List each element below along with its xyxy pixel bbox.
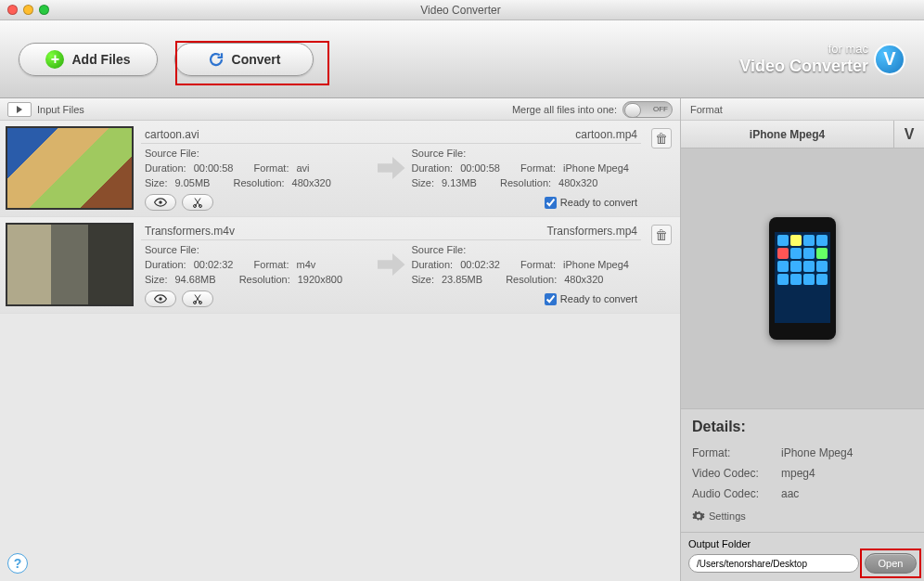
details-section: Details: Format:iPhone Mpeg4 Video Codec… — [681, 408, 924, 532]
input-files-bar: Input Files Merge all files into one: OF… — [0, 98, 680, 121]
ready-to-convert[interactable]: Ready to convert — [545, 197, 637, 209]
trim-button[interactable] — [182, 290, 213, 307]
play-icon[interactable] — [7, 102, 32, 117]
preview-button[interactable] — [145, 290, 176, 307]
source-filename: cartoon.avi — [145, 128, 199, 141]
merge-toggle[interactable]: OFF — [622, 101, 673, 118]
arrow-right-icon — [378, 253, 405, 276]
svg-point-0 — [159, 200, 162, 204]
source-filename: Transformers.m4v — [145, 225, 235, 238]
gear-icon — [692, 510, 705, 523]
window-title: Video Converter — [49, 4, 872, 17]
input-files-label: Input Files — [37, 104, 84, 115]
output-folder-section: Output Folder /Users/tenorshare/Desktop … — [681, 532, 924, 581]
svg-point-3 — [159, 297, 162, 301]
arrow-right-icon — [378, 157, 405, 179]
toolbar: + Add Files Convert for mac Video Conver… — [0, 20, 924, 98]
brand: for mac Video Converter V — [739, 42, 905, 76]
close-window-button[interactable] — [7, 5, 18, 15]
plus-icon: + — [45, 50, 64, 69]
ready-checkbox[interactable] — [545, 197, 557, 209]
output-filename: Transformers.mp4 — [519, 225, 637, 238]
output-filename: cartoon.mp4 — [547, 128, 637, 141]
open-folder-button[interactable]: Open — [865, 553, 917, 574]
merge-label: Merge all files into one: — [512, 104, 617, 115]
file-list: cartoon.avi cartoon.mp4 Source File: Dur… — [0, 121, 680, 581]
settings-button[interactable]: Settings — [692, 510, 913, 523]
file-row[interactable]: Transformers.m4v Transformers.mp4 Source… — [0, 217, 680, 314]
convert-label: Convert — [232, 52, 281, 67]
details-title: Details: — [692, 419, 913, 435]
brand-title: Video Converter — [739, 57, 868, 77]
left-panel: Input Files Merge all files into one: OF… — [0, 98, 681, 581]
help-button[interactable]: ? — [7, 553, 28, 574]
output-path-field[interactable]: /Users/tenorshare/Desktop — [688, 554, 859, 573]
add-files-label: Add Files — [71, 52, 130, 67]
preview-button[interactable] — [145, 194, 176, 211]
zoom-window-button[interactable] — [39, 5, 49, 15]
format-category-button[interactable]: V — [894, 121, 924, 148]
format-dropdown[interactable]: iPhone Mpeg4 — [681, 121, 894, 148]
video-thumbnail[interactable] — [6, 126, 134, 210]
titlebar: Video Converter — [0, 0, 924, 20]
output-folder-label: Output Folder — [688, 538, 917, 549]
brand-subtitle: for mac — [739, 42, 868, 57]
file-row[interactable]: cartoon.avi cartoon.mp4 Source File: Dur… — [0, 121, 680, 217]
format-panel: Format iPhone Mpeg4 V Details: Format:iP… — [681, 98, 924, 581]
delete-button[interactable]: 🗑 — [651, 225, 672, 245]
window-traffic-lights — [7, 5, 49, 15]
brand-logo-icon: V — [874, 44, 905, 75]
device-preview — [681, 148, 924, 408]
ready-checkbox[interactable] — [545, 293, 557, 305]
ready-to-convert[interactable]: Ready to convert — [545, 293, 637, 305]
delete-button[interactable]: 🗑 — [651, 128, 672, 148]
trim-button[interactable] — [182, 194, 213, 211]
video-thumbnail[interactable] — [6, 223, 134, 306]
convert-icon — [208, 51, 225, 68]
format-header: Format — [681, 98, 924, 121]
add-files-button[interactable]: + Add Files — [19, 43, 158, 76]
convert-button[interactable]: Convert — [174, 43, 314, 76]
minimize-window-button[interactable] — [23, 5, 33, 15]
iphone-icon — [769, 217, 836, 340]
